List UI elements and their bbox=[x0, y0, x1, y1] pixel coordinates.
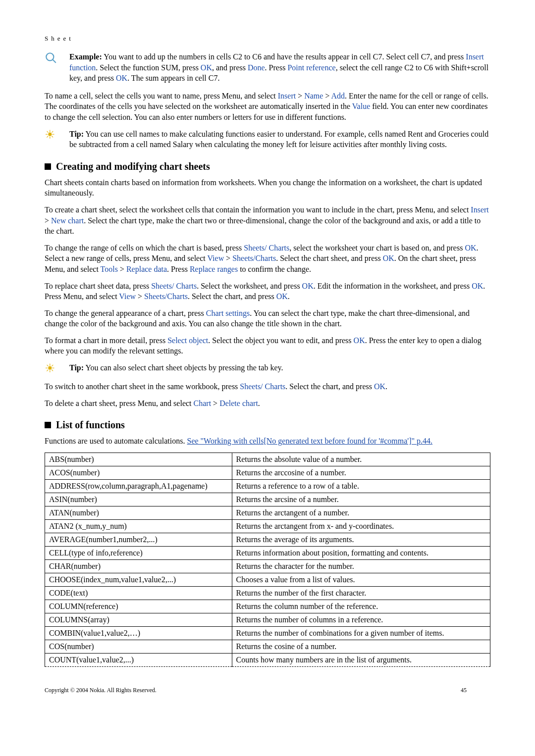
format-chart-paragraph: To format a chart in more detail, press … bbox=[45, 335, 490, 356]
page-number: 45 bbox=[461, 687, 490, 694]
delete-chart-paragraph: To delete a chart sheet, press Menu, and… bbox=[45, 398, 490, 409]
function-description: Returns the column number of the referen… bbox=[232, 600, 490, 613]
table-row: COMBIN(value1,value2,…)Returns the numbe… bbox=[45, 626, 490, 640]
function-description: Returns information about position, form… bbox=[232, 546, 490, 559]
function-signature: COS(number) bbox=[45, 640, 232, 653]
table-row: ASIN(number)Returns the arcsine of a num… bbox=[45, 493, 490, 506]
svg-line-1 bbox=[53, 59, 56, 63]
table-row: AVERAGE(number1,number2,...)Returns the … bbox=[45, 533, 490, 546]
function-description: Returns the cosine of a number. bbox=[232, 640, 490, 653]
function-signature: ABS(number) bbox=[45, 453, 232, 466]
see-link[interactable]: See "Working with cells[No generated tex… bbox=[187, 437, 432, 445]
table-row: ABS(number)Returns the absolute value of… bbox=[45, 453, 490, 466]
function-signature: CODE(text) bbox=[45, 586, 232, 600]
function-description: Returns the average of its arguments. bbox=[232, 533, 490, 546]
table-row: CHAR(number)Returns the character for th… bbox=[45, 559, 490, 573]
functions-intro: Functions are used to automate calculati… bbox=[45, 436, 490, 447]
table-row: ATAN(number)Returns the arctangent of a … bbox=[45, 506, 490, 519]
function-description: Returns the arctangent from x- and y-coo… bbox=[232, 519, 490, 533]
function-signature: ATAN(number) bbox=[45, 506, 232, 519]
function-signature: ATAN2 (x_num,y_num) bbox=[45, 519, 232, 533]
function-signature: ACOS(number) bbox=[45, 466, 232, 479]
function-signature: CHOOSE(index_num,value1,value2,...) bbox=[45, 573, 232, 586]
function-signature: COMBIN(value1,value2,…) bbox=[45, 626, 232, 640]
magnifier-icon bbox=[45, 51, 69, 66]
table-row: ACOS(number)Returns the arccosine of a n… bbox=[45, 466, 490, 479]
section-heading-charts: Creating and modifying chart sheets bbox=[45, 161, 490, 172]
svg-point-0 bbox=[46, 53, 54, 60]
section-heading-functions: List of functions bbox=[45, 419, 490, 431]
change-range-paragraph: To change the range of cells on which th… bbox=[45, 243, 490, 275]
switch-chart-paragraph: To switch to another chart sheet in the … bbox=[45, 381, 490, 392]
function-description: Returns the arctangent of a number. bbox=[232, 506, 490, 519]
function-description: Returns a reference to a row of a table. bbox=[232, 479, 490, 493]
example-paragraph: Example: You want to add up the numbers … bbox=[69, 51, 490, 84]
table-row: ADDRESS(row,column,paragraph,A1,pagename… bbox=[45, 479, 490, 493]
table-row: CHOOSE(index_num,value1,value2,...)Choos… bbox=[45, 573, 490, 586]
copyright: Copyright © 2004 Nokia. All Rights Reser… bbox=[45, 687, 461, 694]
function-description: Returns the absolute value of a number. bbox=[232, 453, 490, 466]
function-signature: COUNT(value1,value2,...) bbox=[45, 653, 232, 666]
function-description: Returns the number of the first characte… bbox=[232, 586, 490, 600]
general-appearance-paragraph: To change the general appearance of a ch… bbox=[45, 308, 490, 329]
functions-table: ABS(number)Returns the absolute value of… bbox=[45, 453, 490, 667]
function-signature: ADDRESS(row,column,paragraph,A1,pagename… bbox=[45, 479, 232, 493]
table-row: CODE(text)Returns the number of the firs… bbox=[45, 586, 490, 600]
chart-intro: Chart sheets contain charts based on inf… bbox=[45, 177, 490, 199]
lightbulb-icon: ☀ bbox=[45, 362, 69, 374]
function-signature: CELL(type of info,reference) bbox=[45, 546, 232, 559]
table-row: ATAN2 (x_num,y_num)Returns the arctangen… bbox=[45, 519, 490, 533]
tip-paragraph: Tip: You can use cell names to make calc… bbox=[69, 129, 490, 150]
lightbulb-icon: ☀ bbox=[45, 129, 69, 141]
tip-paragraph: Tip: You can also select chart sheet obj… bbox=[69, 362, 283, 373]
function-description: Returns the number of columns in a refer… bbox=[232, 613, 490, 626]
create-chart-paragraph: To create a chart sheet, select the work… bbox=[45, 204, 490, 237]
function-signature: CHAR(number) bbox=[45, 559, 232, 573]
table-row: COUNT(value1,value2,...)Counts how many … bbox=[45, 653, 490, 666]
function-signature: COLUMN(reference) bbox=[45, 600, 232, 613]
function-description: Counts how many numbers are in the list … bbox=[232, 653, 490, 666]
table-row: CELL(type of info,reference)Returns info… bbox=[45, 546, 490, 559]
function-description: Returns the arcsine of a number. bbox=[232, 493, 490, 506]
table-row: COLUMN(reference)Returns the column numb… bbox=[45, 600, 490, 613]
table-row: COLUMNS(array)Returns the number of colu… bbox=[45, 613, 490, 626]
function-signature: ASIN(number) bbox=[45, 493, 232, 506]
function-signature: AVERAGE(number1,number2,...) bbox=[45, 533, 232, 546]
function-description: Chooses a value from a list of values. bbox=[232, 573, 490, 586]
replace-data-paragraph: To replace chart sheet data, press Sheet… bbox=[45, 281, 490, 302]
table-row: COS(number)Returns the cosine of a numbe… bbox=[45, 640, 490, 653]
function-description: Returns the number of combinations for a… bbox=[232, 626, 490, 640]
function-description: Returns the arccosine of a number. bbox=[232, 466, 490, 479]
function-signature: COLUMNS(array) bbox=[45, 613, 232, 626]
name-cell-paragraph: To name a cell, select the cells you wan… bbox=[45, 91, 490, 123]
page-header: Sheet bbox=[45, 35, 490, 43]
function-description: Returns the character for the number. bbox=[232, 559, 490, 573]
